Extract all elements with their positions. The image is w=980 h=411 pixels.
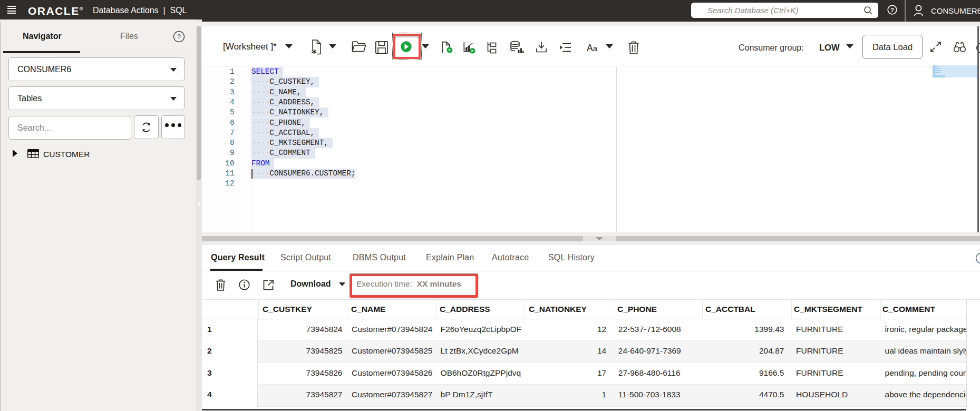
svg-text:?: ? bbox=[890, 7, 894, 13]
svg-text:?: ? bbox=[177, 33, 181, 41]
